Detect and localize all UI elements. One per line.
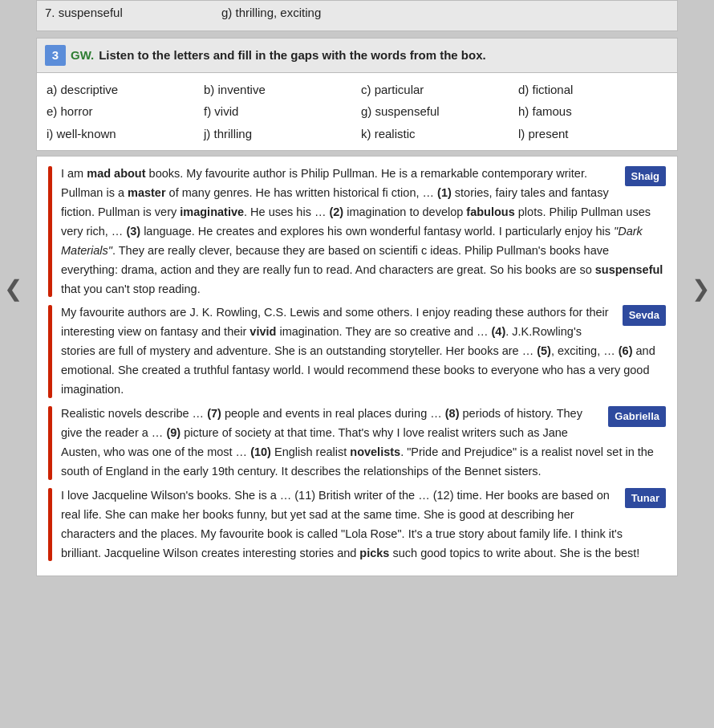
para-text-gabriella: Gabriella Realistic novels describe … (7… <box>56 405 666 482</box>
section-number: 3 <box>45 45 66 66</box>
top-right-value-text: thrilling, exciting <box>236 6 322 19</box>
top-right: g) thrilling, exciting <box>221 4 669 22</box>
bold-7: (7) <box>207 407 221 420</box>
bold-2: (2) <box>329 205 343 218</box>
word-i: i) well-known <box>47 124 196 144</box>
word-box: a) descriptive b) inventive c) particula… <box>36 72 678 152</box>
red-bar-gabriella <box>48 406 52 480</box>
word-b: b) inventive <box>204 79 353 100</box>
bold-4: (4) <box>492 325 506 338</box>
top-left: 7. suspenseful <box>45 4 205 22</box>
section-instruction: Listen to the letters and fill in the ga… <box>99 48 486 62</box>
bold-imaginative: imaginative <box>180 205 244 218</box>
red-bar-shaig <box>48 166 52 297</box>
word-g: g) suspenseful <box>361 101 510 122</box>
word-e: e) horror <box>47 101 196 122</box>
bold-fabulous: fabulous <box>466 205 514 218</box>
page-container: ❮ ❯ 7. suspenseful g) thrilling, excitin… <box>0 0 714 576</box>
para-text-sevda: Sevda My favourite authors are J. K. Row… <box>56 303 666 400</box>
badge-shaig: Shaig <box>625 166 666 186</box>
main-content: Shaig I am mad about books. My favourite… <box>36 156 678 576</box>
bold-3: (3) <box>126 225 140 238</box>
bold-picks: picks <box>359 547 389 559</box>
word-l: l) present <box>518 124 667 144</box>
badge-gabriella: Gabriella <box>608 406 666 426</box>
bold-6: (6) <box>619 344 633 357</box>
word-h: h) famous <box>518 101 667 122</box>
bold-novelists: novelists <box>350 445 400 458</box>
paragraph-sevda: Sevda My favourite authors are J. K. Row… <box>48 303 666 400</box>
para-text-shaig: Shaig I am mad about books. My favourite… <box>56 165 666 299</box>
paragraph-shaig: Shaig I am mad about books. My favourite… <box>48 165 666 299</box>
red-bar-sevda <box>48 305 52 398</box>
bold-master: master <box>128 186 166 199</box>
paragraph-tunar: Tunar I love Jacqueline Wilson's books. … <box>48 486 666 563</box>
red-bar-tunar <box>48 488 52 562</box>
word-f: f) vivid <box>204 101 353 122</box>
word-d: d) fictional <box>518 79 667 100</box>
bold-mad-about: mad about <box>87 167 145 180</box>
top-right-label: g) <box>221 6 232 19</box>
italic-dark-materials: "Dark Materials" <box>61 225 643 257</box>
word-grid: a) descriptive b) inventive c) particula… <box>47 79 667 144</box>
bold-5: (5) <box>537 344 551 357</box>
word-k: k) realistic <box>361 124 510 144</box>
word-a: a) descriptive <box>47 79 196 100</box>
bold-1: (1) <box>437 186 452 199</box>
para-text-tunar: Tunar I love Jacqueline Wilson's books. … <box>56 486 666 563</box>
bold-8: (8) <box>445 407 460 420</box>
section-3-header: 3 GW. Listen to the letters and fill in … <box>36 38 678 72</box>
gw-label: GW. <box>71 48 94 62</box>
bold-9: (9) <box>166 426 181 439</box>
badge-sevda: Sevda <box>623 305 666 325</box>
nav-left-arrow[interactable]: ❮ <box>4 275 22 302</box>
nav-right-arrow[interactable]: ❯ <box>692 275 710 302</box>
paragraph-gabriella: Gabriella Realistic novels describe … (7… <box>48 405 666 482</box>
word-j: j) thrilling <box>204 124 353 144</box>
top-left-item: 7. suspenseful <box>45 6 123 19</box>
top-section: 7. suspenseful g) thrilling, exciting <box>36 0 678 31</box>
word-c: c) particular <box>361 79 510 100</box>
badge-tunar: Tunar <box>625 488 666 508</box>
bold-10: (10) <box>250 445 271 458</box>
bold-suspenseful: suspenseful <box>595 263 663 276</box>
bold-vivid: vivid <box>249 325 276 338</box>
